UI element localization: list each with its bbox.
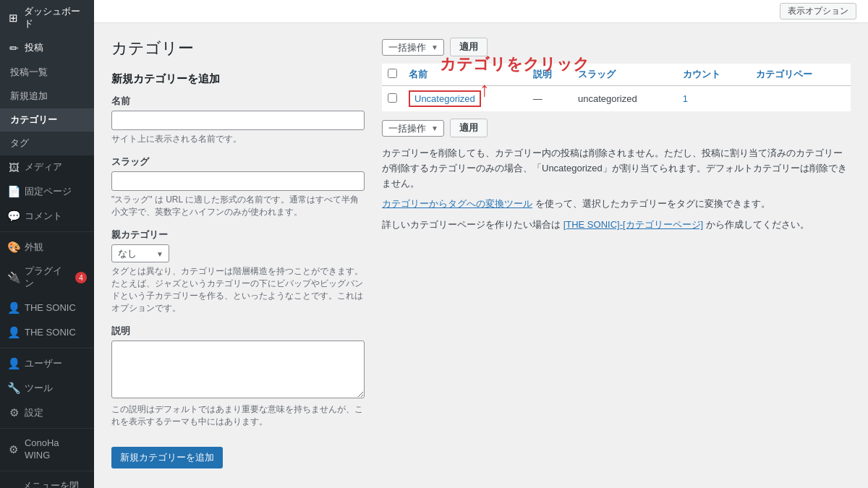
row-category-page-cell — [750, 86, 851, 112]
main-content: 表示オプション カテゴリー 新規カテゴリーを追加 名前 サイト上に表示される名前… — [94, 0, 868, 488]
row-description-cell: — — [527, 86, 572, 112]
sidebar-item-new-post[interactable]: 新規追加 — [0, 85, 94, 108]
convert-link[interactable]: カテゴリーからタグへの変換ツール — [382, 198, 532, 209]
sidebar-label-posts: 投稿 — [25, 42, 43, 54]
slug-input[interactable] — [111, 171, 365, 191]
parent-select[interactable]: なし — [111, 244, 169, 262]
detail-link[interactable]: [THE SONIC]-[カテゴリーページ] — [563, 219, 704, 230]
description-textarea[interactable] — [111, 341, 365, 398]
the-sonic-2-icon: 👤 — [7, 326, 20, 339]
apply-button-top[interactable]: 適用 — [450, 38, 488, 56]
add-category-button[interactable]: 新規カテゴリーを追加 — [111, 447, 223, 468]
sidebar-item-tools[interactable]: 🔧 ツール — [0, 376, 94, 401]
the-sonic-1-icon: 👤 — [7, 301, 20, 314]
parent-label: 親カテゴリー — [111, 228, 365, 241]
parent-hint: タグとは異なり、カテゴリーは階層構造を持つことができます。たとえば、ジャズという… — [111, 265, 365, 314]
sidebar-item-plugins[interactable]: 🔌 プラグイン 4 — [0, 260, 94, 296]
row-count-cell: 1 — [677, 86, 750, 112]
slug-form-group: スラッグ "スラッグ" は URL に適した形式の名前です。通常はすべて半角小文… — [111, 155, 365, 218]
page-body: カテゴリー 新規カテゴリーを追加 名前 サイト上に表示される名前です。 スラッグ… — [94, 23, 868, 488]
display-options-button[interactable]: 表示オプション — [780, 3, 856, 20]
row-checkbox-cell — [382, 86, 403, 112]
comments-icon: 💬 — [7, 210, 20, 223]
bulk-actions-bar-bottom: 一括操作 ▼ 適用 — [382, 119, 851, 137]
sidebar-label-comments: コメント — [25, 210, 62, 223]
description-label: 説明 — [111, 325, 365, 338]
posts-icon: ✏ — [7, 42, 20, 55]
sidebar-label-media: メディア — [25, 161, 62, 174]
uncategorized-link[interactable]: Uncategorized — [409, 90, 481, 107]
sidebar-label-plugins: プラグイン — [25, 265, 69, 290]
sidebar-item-dashboard[interactable]: ⊞ ダッシュボード — [0, 0, 94, 36]
table-header-row: 名前 説明 スラッグ カウント カテゴリペー — [382, 64, 851, 86]
sidebar-label-new-post: 新規追加 — [10, 90, 48, 103]
users-icon: 👤 — [7, 357, 20, 370]
sidebar-label-tools: ツール — [25, 382, 53, 395]
convert-note: カテゴリーからタグへの変換ツール を使って、選択したカテゴリーをタグに変換できま… — [382, 197, 851, 212]
info-section: カテゴリーを削除しても、カテゴリー内の投稿は削除されません。ただし、投稿に割り当… — [382, 146, 851, 233]
bulk-select-top[interactable]: 一括操作 — [382, 39, 444, 56]
bulk-select-bottom[interactable]: 一括操作 — [382, 120, 444, 137]
th-category-page: カテゴリペー — [750, 64, 851, 86]
appearance-icon: 🎨 — [7, 241, 20, 254]
sidebar-label-tags: タグ — [10, 137, 29, 150]
top-bar: 表示オプション — [94, 0, 868, 23]
sidebar-item-settings[interactable]: ⚙ 設定 — [0, 401, 94, 425]
table-row: Uncategorized — uncategorized 1 — [382, 86, 851, 112]
bulk-select-wrapper-top: 一括操作 ▼ — [382, 39, 444, 56]
plugins-icon: 🔌 — [7, 271, 20, 284]
bulk-select-wrapper-bottom: 一括操作 ▼ — [382, 120, 444, 137]
sidebar-label-dashboard: ダッシュボード — [24, 6, 87, 30]
name-label: 名前 — [111, 95, 365, 108]
sidebar-item-users[interactable]: 👤 ユーザー — [0, 351, 94, 376]
sidebar-label-close-menu: メニューを閉じる — [22, 480, 87, 488]
apply-button-bottom[interactable]: 適用 — [450, 119, 488, 137]
th-slug[interactable]: スラッグ — [572, 64, 677, 86]
conoha-icon: ⚙ — [7, 443, 20, 456]
sidebar-item-posts[interactable]: ✏ 投稿 — [0, 36, 94, 61]
right-panel: 一括操作 ▼ 適用 名前 — [382, 38, 851, 474]
slug-hint: "スラッグ" は URL に適した形式の名前です。通常はすべて半角小文字で、英数… — [111, 194, 365, 218]
categories-table: 名前 説明 スラッグ カウント カテゴリペー — [382, 64, 851, 111]
name-form-group: 名前 サイト上に表示される名前です。 — [111, 95, 365, 145]
sidebar-item-posts-list[interactable]: 投稿一覧 — [0, 61, 94, 85]
detail-note: 詳しいカテゴリーページを作りたい場合は [THE SONIC]-[カテゴリーペー… — [382, 218, 851, 233]
select-all-checkbox[interactable] — [388, 69, 397, 78]
parent-select-wrapper: なし ▼ — [111, 244, 169, 262]
row-name-cell: Uncategorized — [403, 86, 527, 112]
sidebar-item-media[interactable]: 🖼 メディア — [0, 155, 94, 179]
detail-text-before: 詳しいカテゴリーページを作りたい場合は — [382, 219, 561, 230]
table-head: 名前 説明 スラッグ カウント カテゴリペー — [382, 64, 851, 86]
name-hint: サイト上に表示される名前です。 — [111, 133, 365, 145]
sidebar-item-conoha[interactable]: ⚙ ConoHa WING — [0, 432, 94, 468]
tools-icon: 🔧 — [7, 382, 20, 395]
convert-text: を使って、選択したカテゴリーをタグに変換できます。 — [535, 198, 770, 209]
th-count[interactable]: カウント — [677, 64, 750, 86]
name-input[interactable] — [111, 111, 365, 130]
row-checkbox[interactable] — [388, 93, 397, 103]
sidebar-item-the-sonic-2[interactable]: 👤 THE SONIC — [0, 320, 94, 345]
sidebar-item-categories[interactable]: カテゴリー — [0, 108, 94, 132]
sidebar-item-the-sonic-1[interactable]: 👤 THE SONIC — [0, 296, 94, 320]
sidebar-item-comments[interactable]: 💬 コメント — [0, 204, 94, 228]
row-slug-cell: uncategorized — [572, 86, 677, 112]
sidebar-label-pages: 固定ページ — [25, 186, 72, 198]
page-title: カテゴリー — [111, 38, 365, 59]
parent-form-group: 親カテゴリー なし ▼ タグとは異なり、カテゴリーは階層構造を持つことができます… — [111, 228, 365, 314]
sidebar-label-appearance: 外観 — [25, 241, 43, 254]
sidebar-label-conoha: ConoHa WING — [25, 437, 87, 462]
description-form-group: 説明 この説明はデフォルトではあまり重要な意味を持ちませんが、これを表示するテー… — [111, 325, 365, 428]
sidebar-label-the-sonic-2: THE SONIC — [25, 327, 76, 339]
sidebar-item-pages[interactable]: 📄 固定ページ — [0, 179, 94, 204]
th-name[interactable]: 名前 — [403, 64, 527, 86]
table-wrapper: 名前 説明 スラッグ カウント カテゴリペー — [382, 64, 851, 111]
plugins-badge: 4 — [75, 272, 87, 283]
sidebar: ⊞ ダッシュボード ✏ 投稿 投稿一覧 新規追加 カテゴリー タグ 🖼 メディア — [0, 0, 94, 488]
sidebar-label-posts-list: 投稿一覧 — [10, 67, 48, 79]
sidebar-item-tags[interactable]: タグ — [0, 132, 94, 155]
sidebar-item-close-menu[interactable]: ◀ メニューを閉じる — [0, 474, 94, 488]
left-panel: カテゴリー 新規カテゴリーを追加 名前 サイト上に表示される名前です。 スラッグ… — [111, 38, 365, 474]
sidebar-item-appearance[interactable]: 🎨 外観 — [0, 235, 94, 260]
sidebar-label-categories: カテゴリー — [10, 114, 57, 127]
sidebar-label-settings: 設定 — [25, 407, 43, 419]
